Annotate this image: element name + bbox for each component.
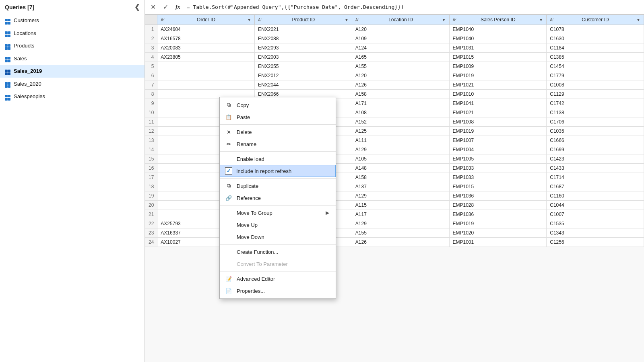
cell-salesperson_id: EMP1021 (449, 108, 547, 117)
sidebar-item-sales[interactable]: Sales (0, 52, 144, 65)
cell-location_id: A108 (352, 108, 449, 117)
col-header-location_id[interactable]: AᶜLocation ID▼ (352, 15, 449, 25)
ctx-item-include_in_report[interactable]: Include in report refresh (220, 165, 336, 177)
sidebar-item-sales_2019[interactable]: Sales_2019 (0, 65, 144, 78)
cell-customer_id: C1078 (547, 25, 644, 34)
cell-salesperson_id: EMP1004 (449, 145, 547, 154)
col-header-salesperson_id[interactable]: AᶜSales Person ID▼ (449, 15, 547, 25)
ctx-label-paste: Paste (237, 114, 250, 120)
ctx-label-properties: Properties... (237, 288, 265, 294)
cell-product_id: ENX2055 (255, 62, 352, 71)
duplicate-icon: ⧉ (225, 182, 233, 190)
empty-icon-convert_to_parameter (225, 260, 233, 268)
cell-rownum: 15 (145, 154, 157, 164)
sidebar-item-products[interactable]: Products (0, 39, 144, 52)
col-header-product_id[interactable]: AᶜProduct ID▼ (255, 15, 352, 25)
filter-btn-product_id[interactable]: ▼ (345, 18, 349, 22)
cell-location_id: A109 (352, 34, 449, 43)
ctx-item-rename[interactable]: ✏Rename (220, 138, 336, 150)
ctx-item-reference[interactable]: 🔗Reference (220, 192, 336, 204)
cell-salesperson_id: EMP1015 (449, 53, 547, 62)
ctx-item-delete[interactable]: ✕Delete (220, 126, 336, 138)
ctx-item-advanced_editor[interactable]: 📝Advanced Editor (220, 273, 336, 285)
cell-location_id: A120 (352, 25, 449, 34)
cell-salesperson_id: EMP1009 (449, 62, 547, 71)
ctx-separator (220, 205, 336, 206)
ctx-item-paste[interactable]: 📋Paste (220, 111, 336, 123)
ctx-label-include_in_report: Include in report refresh (236, 168, 291, 174)
cell-location_id: A171 (352, 99, 449, 108)
sidebar-item-salespeoples[interactable]: Salespeoples (0, 90, 144, 103)
cell-customer_id: C1129 (547, 90, 644, 99)
cell-rownum: 14 (145, 145, 157, 154)
empty-icon-move_to_group (225, 209, 233, 217)
sidebar: Queries [7] ❮ CustomersLocationsProducts… (0, 0, 145, 362)
sidebar-label-customers: Customers (14, 17, 39, 23)
cell-customer_id: C1035 (547, 127, 644, 136)
formula-fx-button[interactable]: fx (173, 3, 183, 11)
sidebar-label-sales_2019: Sales_2019 (14, 68, 42, 74)
sidebar-label-locations: Locations (14, 30, 36, 36)
sidebar-label-products: Products (14, 43, 34, 49)
filter-btn-customer_id[interactable]: ▼ (636, 18, 640, 22)
table-row: 2AX16578ENX2088A109EMP1040C1630 (145, 34, 644, 43)
filter-btn-location_id[interactable]: ▼ (442, 18, 446, 22)
ctx-item-convert_to_parameter: Convert To Parameter (220, 258, 336, 270)
cell-customer_id: C1687 (547, 182, 644, 191)
ctx-item-enable_load[interactable]: Enable load (220, 153, 336, 165)
ctx-separator (220, 124, 336, 125)
col-label-product_id: Product ID (292, 17, 315, 23)
cell-rownum: 4 (145, 53, 157, 62)
filter-btn-order_id[interactable]: ▼ (247, 18, 251, 22)
cell-rownum: 5 (145, 62, 157, 71)
ctx-item-create_function[interactable]: Create Function... (220, 246, 336, 258)
sidebar-collapse-button[interactable]: ❮ (134, 3, 140, 11)
filter-btn-salesperson_id[interactable]: ▼ (539, 18, 543, 22)
grid-icon-sales_2019 (5, 67, 10, 75)
cell-order_id: AX23805 (157, 53, 255, 62)
col-header-customer_id[interactable]: AᶜCustomer ID▼ (547, 15, 644, 25)
formula-cancel-button[interactable]: ✕ (148, 2, 158, 12)
sidebar-header: Queries [7] ❮ (0, 0, 144, 14)
col-header-rownum (145, 15, 157, 25)
col-label-salesperson_id: Sales Person ID (481, 17, 516, 23)
cell-customer_id: C1714 (547, 173, 644, 182)
sidebar-item-locations[interactable]: Locations (0, 27, 144, 40)
grid-icon-customers (5, 16, 10, 25)
cell-order_id: AX24604 (157, 25, 255, 34)
sidebar-item-sales_2020[interactable]: Sales_2020 (0, 78, 144, 90)
paste-icon: 📋 (225, 113, 233, 121)
rename-icon: ✏ (225, 140, 233, 148)
cell-location_id: A158 (352, 90, 449, 99)
ctx-item-move_down[interactable]: Move Down (220, 231, 336, 243)
ctx-label-create_function: Create Function... (237, 249, 278, 255)
cell-customer_id: C1184 (547, 43, 644, 53)
cell-rownum: 18 (145, 182, 157, 191)
cell-location_id: A155 (352, 62, 449, 71)
ctx-item-copy[interactable]: ⧉Copy (220, 99, 336, 111)
grid-icon-salespeoples (5, 93, 10, 101)
sidebar-item-customers[interactable]: Customers (0, 14, 144, 27)
ctx-item-properties[interactable]: 📄Properties... (220, 285, 336, 297)
formula-confirm-button[interactable]: ✓ (161, 2, 171, 12)
table-row: 1AX24604ENX2021A120EMP1040C1078 (145, 25, 644, 34)
cell-product_id: ENX2012 (255, 71, 352, 80)
cell-location_id: A152 (352, 117, 449, 127)
cell-location_id: A126 (352, 80, 449, 90)
ctx-label-move_to_group: Move To Group (237, 210, 272, 216)
cell-salesperson_id: EMP1008 (449, 117, 547, 127)
cell-location_id: A129 (352, 145, 449, 154)
cell-rownum: 16 (145, 164, 157, 173)
col-header-order_id[interactable]: AᶜOrder ID▼ (157, 15, 255, 25)
ctx-item-move_to_group[interactable]: Move To Group▶ (220, 207, 336, 219)
cell-salesperson_id: EMP1020 (449, 228, 547, 238)
table-header-row: AᶜOrder ID▼AᶜProduct ID▼AᶜLocation ID▼Aᶜ… (145, 15, 644, 25)
checkbox-icon (225, 167, 232, 175)
grid-icon-products (5, 42, 10, 50)
ctx-item-move_up[interactable]: Move Up (220, 219, 336, 231)
cell-location_id: A165 (352, 53, 449, 62)
sidebar-items-list: CustomersLocationsProductsSalesSales_201… (0, 14, 144, 103)
submenu-arrow-move_to_group: ▶ (326, 210, 329, 216)
table-row: 4AX23805ENX2003A165EMP1015C1385 (145, 53, 644, 62)
ctx-item-duplicate[interactable]: ⧉Duplicate (220, 180, 336, 192)
